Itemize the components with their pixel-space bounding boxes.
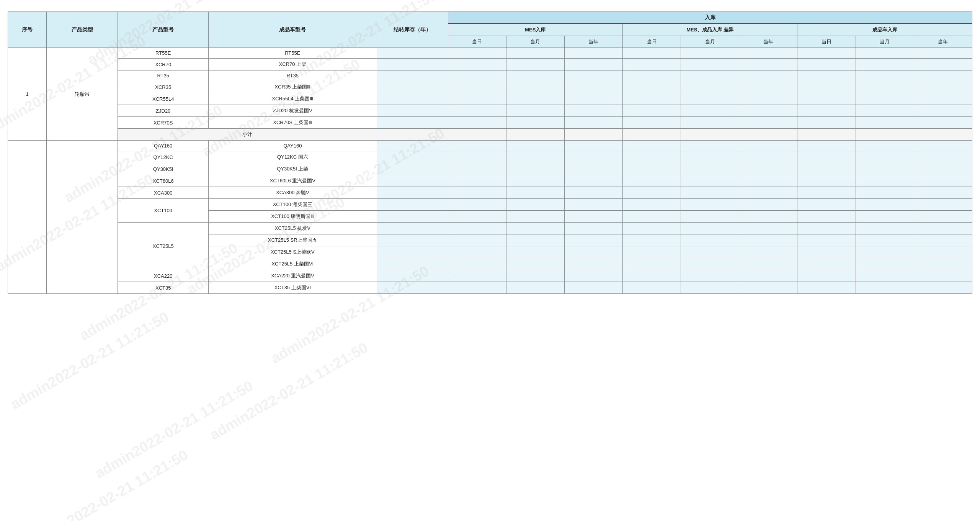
- pmodel-1-4: XCR35: [118, 81, 209, 93]
- watermark-14: admin2022-02-21 11:21:50: [207, 339, 371, 444]
- pmodel-2-4: XCT60L6: [118, 175, 209, 187]
- cmodel-2-7-4: XCT25L5 上柴国VI: [209, 258, 377, 270]
- pmodel-1-2: XCR70: [118, 59, 209, 70]
- subtotal-row-1: 小计: [8, 129, 972, 141]
- subtotal-label-1: 小计: [118, 129, 377, 141]
- table-row: QY12KC QY12KC 国六: [8, 151, 972, 163]
- stock-1-1: [377, 48, 448, 59]
- table-row: XCR55L4 XCR55L4 上柴国Ⅲ: [8, 93, 972, 105]
- table-row: RT35 RT35: [8, 70, 972, 81]
- watermark-8: admin2022-02-21 11:21:50: [27, 447, 191, 521]
- table-row: XCT100 XCT100 潍柴国三: [8, 199, 972, 211]
- diff-month: 当月: [681, 36, 739, 48]
- col-pmodel-header: 产品型号: [118, 12, 209, 48]
- cmodel-2-7-1: XCT25L5 杭发V: [209, 223, 377, 234]
- diff-today: 当日: [622, 36, 681, 48]
- table-row: ZJD20 ZJD20 杭发曼国V: [8, 105, 972, 117]
- watermark-7: admin2022-02-21 11:21:50: [92, 378, 256, 482]
- pmodel-1-6: ZJD20: [118, 105, 209, 117]
- pmodel-1-3: RT35: [118, 70, 209, 81]
- pmodel-1-5: XCR55L4: [118, 93, 209, 105]
- table-row: XCT35 XCT35 上柴国VI: [8, 282, 972, 294]
- pmodel-2-9: XCT35: [118, 282, 209, 294]
- pmodel-2-6: XCT100: [118, 199, 209, 223]
- table-row: XCA300 XCA300 奔驰V: [8, 187, 972, 199]
- pmodel-1-1: RT55E: [118, 48, 209, 59]
- cmodel-2-2: QY12KC 国六: [209, 151, 377, 163]
- cmodel-1-1: RT55E: [209, 48, 377, 59]
- main-table: 序号 产品类型 产品型号 成品车型号 结转库存（年） 入库 MES入库 MES、…: [8, 11, 972, 294]
- mes-month: 当月: [506, 36, 564, 48]
- watermark-6: admin2022-02-21 11:21:50: [8, 309, 172, 413]
- cmodel-1-7: XCR70S 上柴国Ⅲ: [209, 117, 377, 129]
- table-row: XCR70 XCR70 上柴: [8, 59, 972, 70]
- cmodel-1-5: XCR55L4 上柴国Ⅲ: [209, 93, 377, 105]
- col-ptype-header: 产品类型: [47, 12, 118, 48]
- ptype-1: 轮胎吊: [47, 48, 118, 141]
- mes-today: 当日: [448, 36, 506, 48]
- pmodel-2-2: QY12KC: [118, 151, 209, 163]
- cmodel-2-6-2: XCT100 康明斯国Ⅲ: [209, 211, 377, 223]
- cmodel-2-8: XCA220 重汽曼国V: [209, 270, 377, 282]
- car-month: 当月: [856, 36, 914, 48]
- pmodel-1-7: XCR70S: [118, 117, 209, 129]
- cmodel-1-2: XCR70 上柴: [209, 59, 377, 70]
- table-row: XCA220 XCA220 重汽曼国V: [8, 270, 972, 282]
- cmodel-2-5: XCA300 奔驰V: [209, 187, 377, 199]
- cmodel-2-1: QAY160: [209, 141, 377, 151]
- table-row: 1 轮胎吊 RT55E RT55E: [8, 48, 972, 59]
- car-year: 当年: [914, 36, 972, 48]
- pmodel-2-5: XCA300: [118, 187, 209, 199]
- cmodel-1-4: XCR35 上柴国Ⅲ: [209, 81, 377, 93]
- finished-car-inbound-header: 成品车入库: [797, 24, 972, 36]
- table-container: 序号 产品类型 产品型号 成品车型号 结转库存（年） 入库 MES入库 MES、…: [0, 0, 980, 305]
- cmodel-2-9-1: XCT35 上柴国VI: [209, 282, 377, 294]
- table-row: QAY160 QAY160: [8, 141, 972, 151]
- page-wrapper: admin2022-02-21 11:21:50 admin2022-02-21…: [0, 0, 980, 521]
- seq-1: 1: [8, 48, 47, 141]
- cmodel-2-6-1: XCT100 潍柴国三: [209, 199, 377, 211]
- ptype-2: [47, 141, 118, 294]
- pmodel-2-8: XCA220: [118, 270, 209, 282]
- diff-year: 当年: [739, 36, 797, 48]
- col-cmodel-header: 成品车型号: [209, 12, 377, 48]
- mes-year: 当年: [564, 36, 622, 48]
- car-today: 当日: [797, 36, 856, 48]
- col-stock-header: 结转库存（年）: [377, 12, 448, 48]
- cmodel-1-3: RT35: [209, 70, 377, 81]
- seq-2: [8, 141, 47, 294]
- table-row: XCT60L6 XCT60L6 重汽曼国V: [8, 175, 972, 187]
- header-row-1: 序号 产品类型 产品型号 成品车型号 结转库存（年） 入库: [8, 12, 972, 24]
- cmodel-2-7-3: XCT25L5 S上柴欧V: [209, 246, 377, 258]
- pmodel-2-3: QY30K5I: [118, 163, 209, 175]
- mes-diff-header: MES、成品入库 差异: [622, 24, 797, 36]
- cmodel-2-4: XCT60L6 重汽曼国V: [209, 175, 377, 187]
- cmodel-2-7-2: XCT25L5 SR上柴国五: [209, 234, 377, 246]
- cmodel-2-3: QY30K5I 上柴: [209, 163, 377, 175]
- table-row: XCT25L5 XCT25L5 杭发V: [8, 223, 972, 234]
- cmodel-1-6: ZJD20 杭发曼国V: [209, 105, 377, 117]
- col-seq-header: 序号: [8, 12, 47, 48]
- table-row: XCR35 XCR35 上柴国Ⅲ: [8, 81, 972, 93]
- inbound-header: 入库: [448, 12, 972, 24]
- pmodel-2-1: QAY160: [118, 141, 209, 151]
- pmodel-2-7: XCT25L5: [118, 223, 209, 270]
- table-row: QY30K5I QY30K5I 上柴: [8, 163, 972, 175]
- mes-inbound-header: MES入库: [448, 24, 622, 36]
- table-row: XCR70S XCR70S 上柴国Ⅲ: [8, 117, 972, 129]
